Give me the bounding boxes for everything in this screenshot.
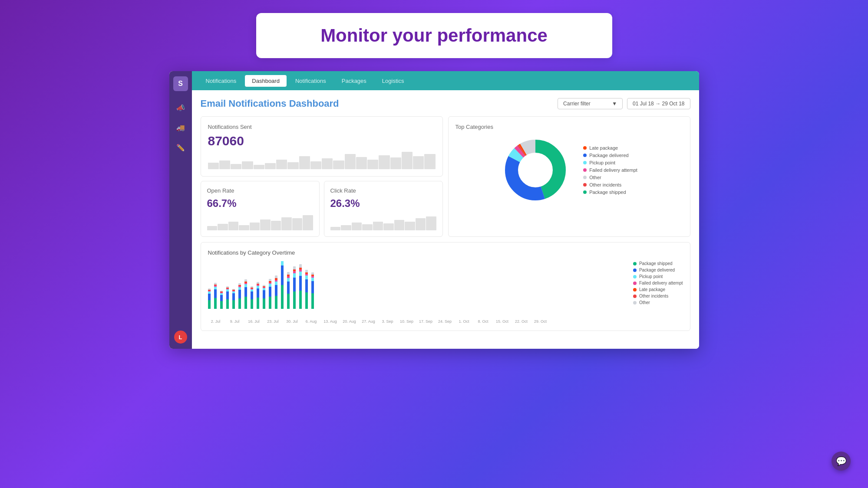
x-label: 13. Aug [323, 319, 338, 324]
nav-item-notifications-parent[interactable]: Notifications [199, 75, 244, 87]
legend-item: Failed delivery attempt [633, 281, 683, 285]
x-label: 17. Sep [418, 319, 434, 324]
mini-bar [322, 158, 333, 169]
metrics-row: Notifications Sent 87060 [201, 116, 690, 237]
x-label: 1. Oct [456, 319, 472, 324]
bar-segment [299, 272, 302, 276]
legend-label: Failed delivery attempt [639, 281, 683, 285]
legend-item: Package shipped [583, 190, 637, 195]
page-title: Monitor your performance [291, 25, 578, 46]
bar-segment [293, 278, 296, 291]
sidebar-logo[interactable]: S [173, 76, 188, 91]
legend-label: Other incidents [639, 294, 668, 298]
bar-group [257, 282, 259, 309]
bar-segment [263, 290, 265, 298]
bar-group [263, 285, 265, 309]
mini-bar [287, 162, 298, 169]
top-categories-title: Top Categories [455, 124, 683, 130]
bar-segment [269, 284, 271, 287]
chat-bubble[interactable]: 💬 [832, 452, 851, 471]
legend-dot [583, 168, 587, 172]
nav-item-packages[interactable]: Packages [335, 75, 373, 87]
notifications-sent-label: Notifications Sent [208, 124, 436, 130]
bar-group [214, 283, 217, 309]
legend-label: Other incidents [589, 182, 621, 187]
dashboard-title: Email Notifications Dashboard [201, 98, 339, 109]
mini-bar [299, 156, 310, 169]
mini-bar [281, 217, 292, 230]
mini-bar [405, 222, 415, 230]
bar-segment [208, 294, 211, 300]
mini-bar [416, 218, 426, 230]
nav-item-logistics[interactable]: Logistics [375, 75, 411, 87]
mini-bar [207, 226, 218, 230]
date-range-picker[interactable]: 01 Jul 18 → 29 Oct 18 [627, 98, 690, 109]
bar-segment [287, 282, 290, 294]
mini-bar [292, 218, 303, 230]
bar-group [269, 279, 271, 309]
bottom-chart-container: 2. Jul9. Jul16. Jul23. Jul30. Jul6. Aug1… [208, 261, 683, 324]
truck-icon[interactable]: 🚚 [175, 121, 187, 134]
bar-group [287, 272, 290, 309]
nav-item-dashboard[interactable]: Dashboard [245, 75, 287, 87]
dashboard-header: Email Notifications Dashboard Carrier fi… [201, 98, 690, 109]
bar-segment [305, 279, 308, 292]
bar-segment [311, 278, 314, 281]
bar-segment [305, 292, 308, 309]
bar-segment [208, 300, 211, 309]
x-labels: 2. Jul9. Jul16. Jul23. Jul30. Jul6. Aug1… [208, 319, 624, 324]
bar-segment [269, 297, 271, 309]
legend-dot [583, 154, 587, 157]
header-banner: Monitor your performance [256, 13, 612, 58]
mini-bar [231, 164, 241, 169]
legend-label: Package shipped [639, 261, 673, 266]
legend-dot [583, 161, 587, 164]
mini-bar [379, 155, 389, 169]
mini-bar [373, 222, 383, 230]
mini-bar [390, 157, 401, 169]
mini-bar [208, 163, 219, 169]
legend-dot [633, 275, 637, 278]
bar-group [238, 283, 241, 309]
carrier-filter-dropdown[interactable]: Carrier filter ▼ [558, 98, 623, 109]
legend-label: Failed delivery attempt [589, 167, 637, 173]
x-label: 2. Jul [208, 319, 224, 324]
megaphone-icon[interactable]: 📣 [175, 102, 187, 114]
bar-group [311, 272, 314, 309]
bar-chart-section: Notifications by Category Overtime 2. Ju… [201, 242, 690, 331]
legend-item: Package shipped [633, 261, 683, 266]
bar-segment [287, 294, 290, 309]
open-rate-card: Open Rate 66.7% [201, 181, 320, 237]
legend-dot [583, 190, 587, 194]
bar-group [226, 286, 229, 309]
bar-group [220, 291, 223, 309]
mini-bar [276, 160, 287, 169]
legend-dot [633, 262, 637, 265]
bar-segment [311, 293, 314, 309]
bar-segment [238, 290, 241, 298]
legend-dot [633, 301, 637, 305]
bar-segment [220, 295, 223, 301]
x-label: 9. Jul [227, 319, 243, 324]
bar-segment [251, 299, 253, 309]
mini-bar [413, 156, 424, 169]
bar-segment [238, 298, 241, 309]
mini-bar [394, 220, 405, 230]
avatar[interactable]: L [174, 331, 187, 344]
legend-item: Other incidents [633, 294, 683, 298]
dropdown-arrow-icon: ▼ [612, 101, 617, 107]
mini-bar [239, 225, 249, 230]
bar-segment [275, 282, 277, 285]
open-rate-value: 66.7% [207, 197, 313, 210]
nav-item-notifications[interactable]: Notifications [288, 75, 333, 87]
chart-main: 2. Jul9. Jul16. Jul23. Jul30. Jul6. Aug1… [208, 261, 624, 324]
mini-bar [424, 154, 435, 169]
bar-segment [275, 296, 277, 309]
open-rate-label: Open Rate [207, 187, 313, 194]
mini-bar [228, 222, 239, 230]
edit-icon[interactable]: ✏️ [175, 141, 187, 154]
bar-segment [281, 265, 284, 285]
legend-label: Late package [639, 287, 665, 292]
legend-dot [633, 295, 637, 298]
x-label: 15. Oct [495, 319, 510, 324]
